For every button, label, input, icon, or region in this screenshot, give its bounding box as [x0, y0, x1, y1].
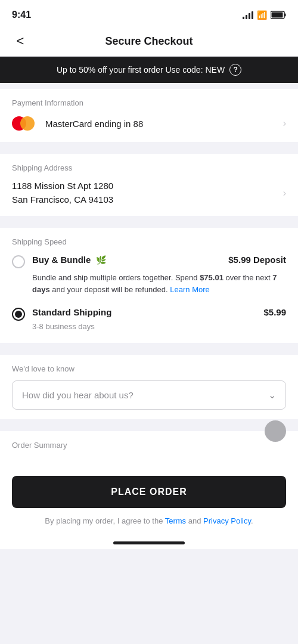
home-indicator	[0, 534, 298, 549]
bundle-label: Buy & Bundle 🌿	[32, 255, 106, 265]
address-row[interactable]: 1188 Mission St Apt 1280 San Francisco, …	[12, 179, 286, 206]
status-bar: 9:41 📶	[0, 0, 298, 26]
wifi-icon: 📶	[257, 10, 267, 20]
standard-label: Standard Shipping	[32, 307, 111, 317]
divider-3	[0, 343, 298, 349]
chevron-down-icon: ⌄	[268, 389, 276, 401]
battery-icon	[271, 11, 286, 19]
learn-more-link[interactable]: Learn More	[170, 285, 209, 294]
status-time: 9:41	[12, 10, 31, 20]
privacy-policy-link[interactable]: Privacy Policy	[203, 516, 251, 525]
promo-text: Up to 50% off your first order Use code:…	[57, 65, 225, 75]
bundle-description: Bundle and ship multiple orders together…	[12, 272, 286, 295]
order-summary-label: Order Summary	[12, 441, 286, 450]
address-text: 1188 Mission St Apt 1280 San Francisco, …	[12, 179, 113, 206]
survey-placeholder: How did you hear about us?	[22, 390, 134, 400]
payment-section: Payment Information MasterCard ending in…	[0, 89, 298, 142]
chevron-right-icon: ›	[283, 118, 286, 129]
promo-banner: Up to 50% off your first order Use code:…	[0, 57, 298, 83]
standard-option-left: Standard Shipping	[12, 307, 256, 321]
shipping-address-label: Shipping Address	[12, 163, 286, 172]
survey-dropdown[interactable]: How did you hear about us? ⌄	[12, 380, 286, 410]
order-summary-section: Order Summary	[0, 431, 298, 466]
home-bar	[113, 541, 185, 544]
terms-text: By placing my order, I agree to the Term…	[12, 515, 286, 527]
signal-icon	[243, 11, 253, 19]
header: < Secure Checkout	[0, 26, 298, 57]
place-order-button[interactable]: PLACE ORDER	[12, 476, 286, 508]
scroll-indicator	[265, 420, 286, 442]
bundle-icon: 🌿	[96, 255, 106, 265]
shipping-speed-section: Shipping Speed Buy & Bundle 🌿 $5.99 Depo…	[0, 228, 298, 343]
address-line2: San Francisco, CA 94103	[12, 194, 113, 205]
mastercard-logo	[12, 114, 38, 132]
shipping-option-standard[interactable]: Standard Shipping $5.99 3-8 business day…	[12, 307, 286, 331]
bundle-price: $5.99 Deposit	[228, 255, 286, 265]
divider-4	[0, 419, 298, 425]
card-text: MasterCard ending in 88	[45, 119, 143, 129]
bundle-option-left: Buy & Bundle 🌿	[12, 255, 221, 268]
terms-and: and	[186, 516, 203, 525]
standard-price: $5.99	[263, 307, 286, 317]
standard-radio[interactable]	[12, 308, 25, 321]
shipping-option-bundle[interactable]: Buy & Bundle 🌿 $5.99 Deposit Bundle and …	[12, 255, 286, 295]
back-button[interactable]: <	[10, 33, 31, 49]
status-icons: 📶	[243, 10, 286, 20]
divider-1	[0, 142, 298, 148]
radio-fill	[15, 311, 22, 318]
svg-rect-2	[272, 13, 283, 18]
payment-row[interactable]: MasterCard ending in 88 ›	[12, 114, 286, 132]
standard-subtext: 3-8 business days	[12, 322, 286, 331]
divider-2	[0, 216, 298, 222]
payment-left: MasterCard ending in 88	[12, 114, 143, 132]
survey-label: We'd love to know	[12, 364, 286, 373]
shipping-address-section: Shipping Address 1188 Mission St Apt 128…	[0, 154, 298, 216]
svg-rect-1	[284, 14, 286, 17]
survey-section: We'd love to know How did you hear about…	[0, 355, 298, 419]
address-line1: 1188 Mission St Apt 1280	[12, 181, 113, 191]
place-order-section: PLACE ORDER By placing my order, I agree…	[0, 466, 298, 534]
help-icon[interactable]: ?	[229, 64, 241, 76]
bundle-radio[interactable]	[12, 255, 25, 268]
terms-suffix: .	[251, 516, 253, 525]
payment-label: Payment Information	[12, 98, 286, 107]
page-title: Secure Checkout	[31, 35, 267, 48]
terms-prefix: By placing my order, I agree to the	[45, 516, 164, 525]
shipping-speed-label: Shipping Speed	[12, 237, 286, 246]
address-chevron-icon: ›	[283, 188, 286, 199]
terms-link[interactable]: Terms	[165, 516, 186, 525]
